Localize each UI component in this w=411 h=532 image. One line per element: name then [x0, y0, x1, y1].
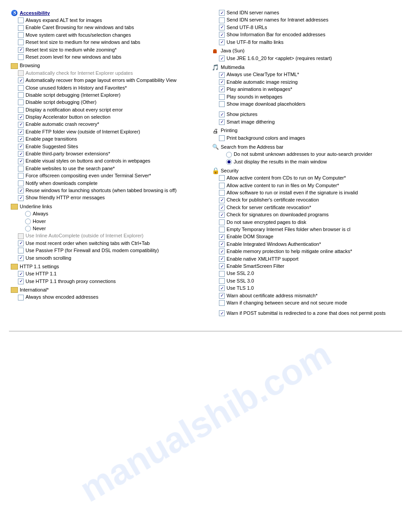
checkbox-checked[interactable] — [219, 112, 225, 117]
checkbox[interactable] — [219, 227, 225, 232]
checkbox-checked[interactable] — [219, 32, 225, 38]
checkbox-checked[interactable] — [18, 271, 24, 277]
checkbox[interactable] — [219, 94, 225, 100]
checkbox-checked[interactable] — [18, 255, 24, 261]
checkbox[interactable] — [219, 278, 225, 284]
checkbox-checked[interactable] — [219, 256, 225, 262]
folder-icon — [11, 287, 18, 293]
checkbox[interactable] — [18, 107, 24, 113]
checkbox[interactable] — [18, 295, 24, 300]
item-text: Always expand ALT text for images — [26, 17, 102, 24]
checkbox[interactable] — [219, 183, 225, 189]
checkbox-checked[interactable] — [18, 114, 24, 120]
checkbox-checked[interactable] — [18, 77, 24, 83]
list-item: Reset text size to medium for new window… — [9, 39, 201, 46]
checkbox-disabled[interactable] — [18, 233, 24, 239]
list-item: Do not save encrypted pages to disk — [210, 219, 402, 226]
checkbox-checked[interactable] — [219, 197, 225, 203]
checkbox-checked[interactable] — [18, 195, 24, 201]
list-item: Allow active content to run in files on … — [210, 182, 402, 189]
item-text: Enable Suggested Sites — [26, 143, 78, 150]
checkbox[interactable] — [219, 17, 225, 23]
checkbox-checked[interactable] — [219, 249, 225, 254]
checkbox-checked[interactable] — [219, 56, 225, 61]
list-item: Enable Caret Browsing for new windows an… — [9, 24, 201, 31]
list-item: Check for server certificate revocation* — [210, 204, 402, 211]
list-item: Always show encoded addresses — [9, 294, 201, 300]
checkbox-checked[interactable] — [219, 293, 225, 299]
checkbox-checked[interactable] — [219, 212, 225, 218]
checkbox[interactable] — [219, 219, 225, 225]
checkbox[interactable] — [18, 92, 24, 98]
radio-button[interactable] — [226, 152, 232, 158]
checkbox-checked[interactable] — [18, 188, 24, 193]
item-text: Do not submit unknown addresses to your … — [234, 151, 372, 158]
checkbox-checked[interactable] — [219, 310, 225, 316]
checkbox-checked[interactable] — [219, 234, 225, 240]
checkbox-checked[interactable] — [18, 279, 24, 284]
checkbox[interactable] — [219, 300, 225, 306]
item-text: Allow active content to run in files on … — [227, 182, 339, 189]
checkbox-checked[interactable] — [18, 144, 24, 150]
checkbox[interactable] — [219, 101, 225, 107]
checkbox[interactable] — [18, 17, 24, 23]
list-item: Use SSL 3.0 — [210, 278, 402, 284]
list-item: Always use ClearType for HTML* — [210, 71, 402, 78]
checkbox-checked[interactable] — [219, 119, 225, 125]
underline-links-header: Underline links — [9, 203, 201, 210]
radio-button[interactable] — [25, 211, 31, 217]
checkbox[interactable] — [18, 180, 24, 186]
list-item: Disable script debugging (Other) — [9, 99, 201, 106]
checkbox-disabled[interactable] — [18, 70, 24, 76]
checkbox[interactable] — [18, 32, 24, 38]
checkbox[interactable] — [18, 99, 24, 105]
checkbox[interactable] — [219, 175, 225, 181]
international-label: International* — [20, 287, 49, 293]
checkbox-checked[interactable] — [18, 136, 24, 142]
checkbox[interactable] — [219, 271, 225, 277]
list-item: Show pictures — [210, 111, 402, 118]
list-item: Use Inline AutoComplete (outside of Inte… — [9, 232, 201, 239]
item-text: Send IDN server names for Intranet addre… — [227, 17, 328, 23]
list-item: Enable SmartScreen Filter — [210, 263, 402, 270]
radio-button[interactable] — [25, 226, 31, 232]
checkbox[interactable] — [219, 190, 225, 196]
checkbox-checked[interactable] — [18, 240, 24, 246]
java-label: Java (Sun) — [221, 47, 244, 54]
multimedia-icon: 🎵 — [212, 64, 219, 71]
list-item: Enable Suggested Sites — [9, 143, 201, 150]
checkbox-checked[interactable] — [18, 122, 24, 128]
item-text: Use Inline AutoComplete (outside of Inte… — [26, 232, 144, 239]
checkbox-checked[interactable] — [18, 159, 24, 164]
checkbox-checked[interactable] — [219, 10, 225, 16]
list-item: Warn if POST submittal is redirected to … — [210, 310, 402, 317]
radio-button[interactable] — [25, 219, 31, 224]
checkbox-checked[interactable] — [18, 47, 24, 53]
checkbox[interactable] — [18, 248, 24, 253]
checkbox-checked[interactable] — [219, 205, 225, 210]
list-item: Use TLS 1.0 — [210, 285, 402, 292]
checkbox[interactable] — [18, 166, 24, 172]
checkbox[interactable] — [18, 173, 24, 179]
checkbox[interactable] — [219, 135, 225, 141]
checkbox-checked[interactable] — [219, 86, 225, 92]
item-text: Warn about certificate address mismatch* — [227, 292, 317, 299]
checkbox-checked[interactable] — [219, 241, 225, 247]
checkbox-checked[interactable] — [219, 79, 225, 85]
checkbox-checked[interactable] — [18, 129, 24, 135]
checkbox-checked[interactable] — [219, 285, 225, 291]
checkbox-checked[interactable] — [219, 39, 225, 45]
list-item: Use UTF-8 for mailto links — [210, 39, 402, 46]
checkbox-checked[interactable] — [219, 72, 225, 78]
checkbox[interactable] — [18, 39, 24, 45]
item-text: Always show encoded addresses — [26, 294, 98, 300]
checkbox[interactable] — [18, 25, 24, 31]
checkbox-checked[interactable] — [18, 151, 24, 157]
radio-item: Hover — [9, 218, 201, 225]
checkbox-checked[interactable] — [219, 25, 225, 30]
java-icon — [212, 47, 219, 55]
checkbox[interactable] — [18, 85, 24, 91]
radio-button-checked[interactable] — [226, 159, 232, 165]
checkbox[interactable] — [18, 54, 24, 60]
checkbox-checked[interactable] — [219, 263, 225, 269]
